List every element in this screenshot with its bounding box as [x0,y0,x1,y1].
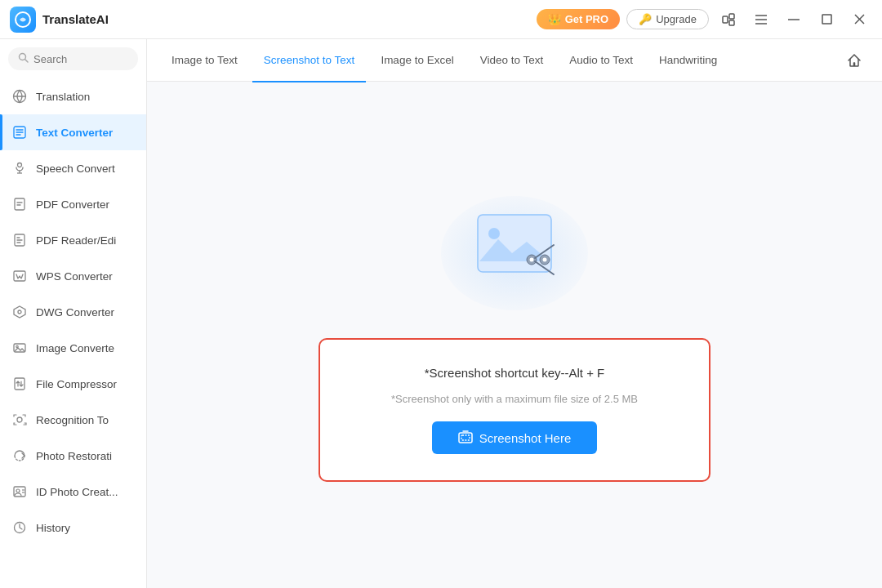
home-button[interactable] [840,46,869,75]
sidebar-label-translation: Translation [36,91,90,103]
sidebar-label-text-converter: Text Converter [36,127,113,139]
app-logo-icon [10,7,36,33]
app-title: TranslateAI [42,12,109,26]
get-pro-button[interactable]: 👑 Get PRO [537,9,620,29]
tab-video-to-text[interactable]: Video to Text [469,40,555,82]
minimize-button[interactable] [781,7,807,33]
image-converter-icon [11,340,28,356]
sidebar-label-image-converter: Image Converte [36,342,114,354]
svg-rect-1 [723,16,728,23]
sidebar-label-id-photo: ID Photo Creat... [36,486,118,498]
menu-button[interactable] [748,7,774,33]
svg-rect-32 [478,215,551,272]
history-icon [11,519,28,536]
text-converter-icon [11,124,28,140]
search-box [8,47,138,70]
sidebar-label-dwg: DWG Converter [36,306,114,318]
close-button[interactable] [846,7,872,33]
sidebar-item-photo-restore[interactable]: Photo Restorati [0,438,146,474]
tab-audio-to-text[interactable]: Audio to Text [558,40,644,82]
dwg-icon [11,304,28,320]
recognition-icon [11,412,28,428]
svg-point-37 [543,258,547,262]
sidebar-item-pdf-converter[interactable]: PDF Converter [0,186,146,222]
sidebar-label-recognition: Recognition To [36,414,109,426]
svg-line-12 [25,60,29,63]
file-compressor-icon [11,376,28,392]
size-hint: *Screenshot only with a maximum file siz… [391,393,638,405]
tabs-right [840,46,869,75]
pdf-converter-icon [11,196,28,212]
tab-handwriting[interactable]: Handwriting [648,40,728,82]
sidebar-item-id-photo[interactable]: ID Photo Creat... [0,474,146,510]
screenshot-icon [453,203,576,304]
photo-restore-icon [11,448,28,464]
screenshot-here-button[interactable]: Screenshot Here [432,421,598,454]
sidebar-item-translation[interactable]: Translation [0,78,146,114]
sidebar-label-file-compressor: File Compressor [36,378,117,390]
svg-point-15 [18,163,22,167]
title-bar-actions: 👑 Get PRO 🔑 Upgrade [537,7,872,33]
screenshot-drop-zone: *Screenshot shortcut key--Alt + F *Scree… [318,338,710,482]
active-indicator [0,114,2,150]
main-layout: Translation Text Converter Speech Conver… [0,39,882,588]
sidebar-item-wps-converter[interactable]: WPS Converter [0,258,146,294]
sidebar-item-recognition[interactable]: Recognition To [0,402,146,438]
snap-button[interactable] [715,7,742,33]
pro-icon: 👑 [548,13,561,25]
svg-point-26 [17,417,22,422]
id-photo-icon [11,483,28,500]
sidebar-label-photo-restore: Photo Restorati [36,450,112,462]
upgrade-button[interactable]: 🔑 Upgrade [626,9,709,29]
svg-point-22 [18,310,21,314]
app-logo: TranslateAI [10,7,537,33]
search-input[interactable] [33,53,128,65]
translation-icon [11,88,28,105]
shortcut-hint: *Screenshot shortcut key--Alt + F [425,366,605,380]
main-content: *Screenshot shortcut key--Alt + F *Scree… [147,82,882,588]
svg-rect-3 [729,20,734,25]
sidebar-label-history: History [36,522,70,534]
sidebar-item-file-compressor[interactable]: File Compressor [0,366,146,402]
sidebar-item-history[interactable]: History [0,510,146,546]
svg-rect-41 [461,435,470,440]
tab-screenshot-to-text[interactable]: Screenshot to Text [252,40,367,82]
sidebar-item-pdf-reader[interactable]: PDF Reader/Edi [0,222,146,258]
sidebar-label-speech-convert: Speech Convert [36,163,115,175]
screenshot-illustration [433,188,596,318]
svg-point-36 [530,258,534,262]
sidebar-label-pdf-converter: PDF Converter [36,198,109,211]
title-bar: TranslateAI 👑 Get PRO 🔑 Upgrade [0,0,882,39]
sidebar-item-text-converter[interactable]: Text Converter [0,114,146,150]
speech-icon [11,160,28,176]
svg-point-33 [488,228,500,239]
sidebar-label-pdf-reader: PDF Reader/Edi [36,234,116,247]
maximize-button[interactable] [813,7,840,33]
tabs-bar: Image to Text Screenshot to Text Image t… [147,39,882,82]
pdf-reader-icon [11,232,28,248]
svg-rect-8 [822,15,831,24]
sidebar: Translation Text Converter Speech Conver… [0,39,147,588]
sidebar-item-image-converter[interactable]: Image Converte [0,330,146,366]
wps-icon [11,268,28,284]
svg-rect-2 [729,14,734,19]
svg-rect-25 [15,378,24,390]
search-icon [18,52,29,65]
svg-point-28 [16,489,20,492]
sidebar-item-dwg-converter[interactable]: DWG Converter [0,294,146,330]
upgrade-icon: 🔑 [639,13,652,25]
svg-rect-18 [15,198,24,210]
sidebar-item-speech-convert[interactable]: Speech Convert [0,150,146,186]
tab-image-to-excel[interactable]: Image to Excel [369,40,465,82]
sidebar-label-wps: WPS Converter [36,270,113,283]
svg-marker-21 [14,306,25,318]
content-area: Image to Text Screenshot to Text Image t… [147,39,882,588]
tab-image-to-text[interactable]: Image to Text [160,40,249,82]
